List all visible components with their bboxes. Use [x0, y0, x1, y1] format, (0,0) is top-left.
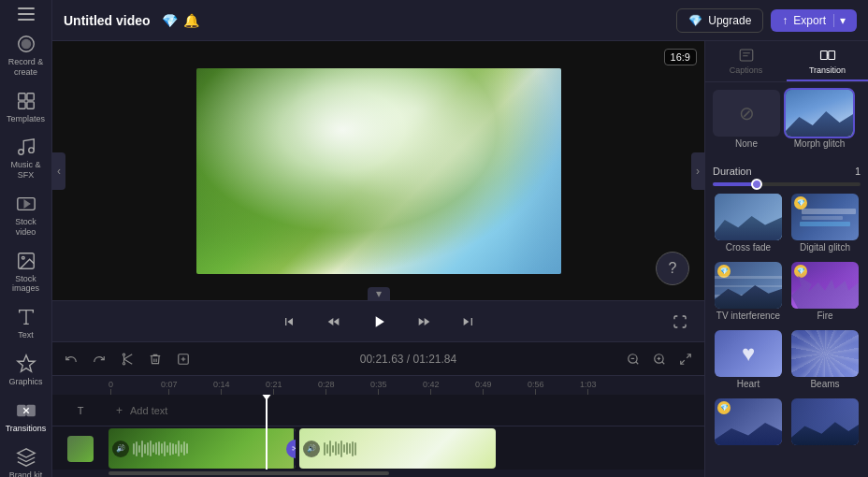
svg-line-24 [662, 361, 665, 364]
transition-grid: Cross fade 💎 [713, 194, 861, 451]
sidebar-item-transitions[interactable]: Transitions [2, 395, 51, 438]
svg-rect-12 [17, 405, 24, 415]
delete-button[interactable] [144, 348, 166, 370]
sidebar: Record &create Templates Music & SFX Sto… [0, 0, 52, 477]
transition-thumb-bottom1[interactable]: 💎 [715, 398, 782, 445]
time-separator: / [403, 353, 412, 366]
rewind-button[interactable] [321, 309, 347, 335]
ruler-mark: 0:07 [161, 380, 178, 395]
tab-transition[interactable]: Transition [787, 41, 868, 81]
collapse-right-button[interactable]: › [691, 152, 704, 190]
premium-badge-bottom1: 💎 [717, 401, 731, 414]
sidebar-item-templates[interactable]: Templates [2, 85, 51, 128]
svg-marker-11 [17, 355, 34, 371]
timeline-ruler: 0 0:07 0:14 0:21 [52, 376, 704, 395]
text-track-row: T + Add text [52, 395, 704, 426]
sidebar-item-text[interactable]: Text [2, 301, 51, 344]
sidebar-item-stock-video[interactable]: Stock video [2, 188, 51, 241]
ruler-mark: 0 [108, 380, 113, 395]
transition-name-fire: Fire [817, 311, 832, 321]
diamond-icon: 💎 [162, 13, 178, 28]
timeline-scrollbar[interactable] [52, 470, 704, 477]
main-area: Untitled video 💎 🔔 💎 Upgrade ↑ Export ▾ … [52, 0, 868, 477]
video-clip-2[interactable]: 🔊 [299, 428, 496, 469]
upgrade-button[interactable]: 💎 Upgrade [676, 8, 763, 33]
transition-thumb-morph[interactable] [786, 90, 853, 137]
add-button[interactable] [172, 348, 195, 370]
transition-thumb-none[interactable]: ⊘ [713, 90, 780, 137]
playback-controls [52, 300, 704, 341]
transition-item-bottom1: 💎 [713, 398, 784, 447]
transition-name-heart: Heart [737, 379, 760, 389]
collapse-bottom-button[interactable]: ▾ [368, 287, 390, 300]
transition-thumb-dglitch[interactable]: 💎 [791, 194, 859, 240]
sidebar-item-graphics[interactable]: Graphics [2, 348, 51, 391]
video-track-label [52, 436, 108, 462]
redo-button[interactable] [88, 348, 110, 370]
svg-rect-5 [26, 102, 33, 108]
undo-button[interactable] [60, 348, 82, 370]
video-editor: ‹ 16:9 › ? ▾ [52, 41, 704, 477]
transition-item-tv: 💎 TV interference [713, 262, 784, 321]
svg-rect-4 [18, 102, 24, 108]
svg-point-14 [123, 362, 124, 364]
video-track-content[interactable]: 🔊 [108, 426, 704, 470]
help-button[interactable]: ? [656, 252, 689, 285]
video-clip-1[interactable]: 🔊 [108, 428, 296, 469]
zoom-in-button[interactable] [648, 348, 671, 370]
transitions-panel: ⊘ None Morph glitch [705, 82, 868, 477]
fit-button[interactable] [674, 348, 697, 370]
tab-captions[interactable]: Captions [705, 41, 787, 81]
waveform-1 [129, 440, 296, 458]
aspect-ratio-badge[interactable]: 16:9 [664, 49, 697, 65]
sidebar-item-brand-kit[interactable]: Brand kit [2, 441, 51, 477]
svg-point-6 [18, 150, 23, 155]
fullscreen-button[interactable] [667, 309, 693, 335]
video-track-row: 🔊 [52, 426, 704, 470]
svg-rect-31 [828, 51, 834, 59]
svg-line-28 [681, 360, 685, 364]
menu-button[interactable] [9, 7, 43, 21]
text-track-content[interactable]: + Add text [108, 395, 704, 426]
ruler-mark: 1:03 [580, 380, 597, 395]
transition-thumb-bottom2[interactable] [791, 398, 859, 445]
transition-thumb-heart[interactable]: ♥ [715, 330, 782, 377]
cut-button[interactable] [116, 348, 138, 370]
sidebar-item-stock-images[interactable]: Stock images [2, 245, 51, 298]
transition-thumb-tv[interactable]: 💎 [715, 262, 782, 309]
waveform-2 [320, 440, 496, 458]
svg-point-7 [28, 148, 34, 153]
transition-item-beams: Beams [789, 330, 861, 389]
right-panel-tabs: Captions Transition [705, 41, 868, 82]
timeline-tracks: T + Add text [52, 395, 704, 470]
transition-thumb-crossfade[interactable] [715, 194, 782, 240]
svg-rect-3 [26, 93, 33, 99]
sidebar-item-music[interactable]: Music & SFX [2, 131, 51, 184]
upgrade-icon: 💎 [688, 14, 702, 27]
topbar: Untitled video 💎 🔔 💎 Upgrade ↑ Export ▾ [52, 0, 868, 41]
transition-thumb-fire[interactable]: 💎 [791, 262, 859, 309]
timeline: 00:21.63 / 01:21.84 [52, 341, 704, 477]
export-button[interactable]: ↑ Export ▾ [771, 9, 857, 32]
scrollbar-thumb[interactable] [108, 471, 389, 475]
transition-thumb-beams[interactable] [791, 330, 859, 377]
forward-button[interactable] [411, 309, 437, 335]
svg-rect-29 [740, 50, 753, 61]
skip-back-button[interactable] [276, 309, 302, 335]
sidebar-item-record[interactable]: Record &create [2, 28, 51, 81]
zoom-out-button[interactable] [622, 348, 644, 370]
transition-item-crossfade: Cross fade [713, 194, 784, 253]
play-button[interactable] [366, 309, 392, 335]
skip-forward-button[interactable] [456, 309, 482, 335]
export-chevron-icon[interactable]: ▾ [833, 14, 846, 27]
transition-name-beams: Beams [810, 379, 839, 389]
svg-rect-13 [26, 405, 34, 415]
duration-value: 1 [855, 166, 861, 177]
collapse-left-button[interactable]: ‹ [52, 152, 65, 190]
duration-slider-fill [713, 182, 757, 186]
playhead[interactable] [266, 395, 268, 470]
duration-slider[interactable] [713, 182, 861, 186]
content-row: ‹ 16:9 › ? ▾ [52, 41, 868, 477]
add-text-label[interactable]: + Add text [108, 395, 704, 426]
duration-slider-thumb[interactable] [751, 179, 762, 190]
